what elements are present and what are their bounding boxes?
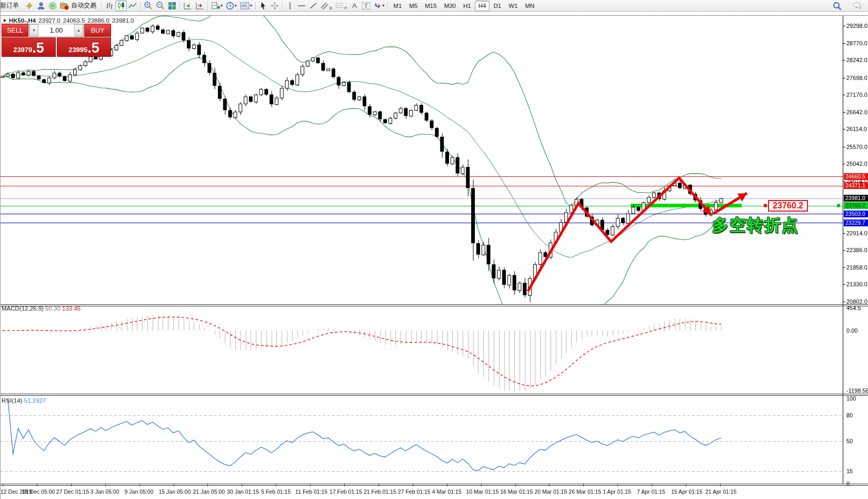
- cursor-icon[interactable]: [257, 1, 269, 11]
- price-tick: 26642.0: [846, 109, 867, 115]
- price-callout[interactable]: 23760.2: [768, 200, 808, 212]
- volume-increase-button[interactable]: ▲: [74, 24, 83, 36]
- zoom-in-icon[interactable]: [142, 1, 154, 11]
- macd-axis-label: 454.5: [846, 305, 861, 311]
- price-badge-support: 23229.7: [844, 219, 868, 226]
- rsi-canvas[interactable]: [1, 396, 843, 484]
- sell-price-main: 23979: [13, 45, 32, 55]
- macd-rsi-separator[interactable]: [1, 394, 868, 396]
- new-chart-button[interactable]: ▾: [209, 1, 224, 11]
- time-tick: [310, 484, 311, 486]
- zoom-out-icon[interactable]: [154, 1, 166, 11]
- time-tick: [276, 484, 276, 486]
- price-badge-resistance: 24660.5: [844, 173, 868, 180]
- price-tick-dash: [843, 147, 845, 147]
- price-tick-dash: [843, 26, 845, 26]
- chart-shift-icon[interactable]: [194, 1, 206, 11]
- ohlc-open: 23927.0: [38, 17, 61, 24]
- price-tick-dash: [843, 60, 845, 61]
- horizontal-line-icon[interactable]: [296, 1, 307, 11]
- candlestick-chart-icon[interactable]: [115, 1, 127, 11]
- timeframe-h1[interactable]: H1: [460, 1, 475, 11]
- timeframe-d1[interactable]: D1: [490, 1, 505, 11]
- one-click-trading-panel: SELL ▼ 1.00 ▲ BUY 23979.5 23995.5: [2, 24, 111, 57]
- time-tick: [139, 484, 140, 486]
- time-label: 11 Feb 01:15: [295, 488, 327, 495]
- time-tick: [413, 484, 413, 486]
- timeframe-m1[interactable]: M1: [390, 1, 405, 11]
- price-tick: 28770.0: [846, 40, 867, 46]
- price-tick: 26114.0: [846, 126, 867, 132]
- chart-title-marker-icon: [4, 19, 6, 22]
- vertical-line-icon[interactable]: [284, 1, 296, 11]
- timeframe-m30[interactable]: M30: [441, 1, 460, 11]
- bar-chart-icon[interactable]: [104, 1, 115, 11]
- price-tick: 22386.0: [846, 247, 867, 253]
- time-axis[interactable]: 12 Dec 201918 Dec 05:0027 Dec 01:153 Jan…: [1, 486, 868, 499]
- price-tick-dash: [843, 233, 845, 234]
- sell-price-display[interactable]: 23979.5: [2, 37, 56, 57]
- time-label: 21 Apr 01:15: [705, 488, 737, 495]
- ohlc-high: 24063.5: [63, 17, 85, 24]
- buy-button[interactable]: BUY: [84, 24, 111, 37]
- timeframe-m15[interactable]: M15: [421, 1, 440, 11]
- time-label: 27 Feb 01:15: [398, 488, 431, 495]
- periods-button[interactable]: ▾: [224, 1, 238, 11]
- line-chart-icon[interactable]: [127, 1, 138, 11]
- volume-decrease-button[interactable]: ▼: [29, 24, 38, 36]
- search-icon[interactable]: [831, 1, 843, 11]
- templates-button[interactable]: ▾: [238, 1, 254, 11]
- price-tick: 25570.0: [846, 144, 867, 150]
- rsi-label: RSI(14) 51.2927: [2, 397, 46, 404]
- price-tick-dash: [843, 284, 845, 285]
- ohlc-low: 23886.0: [87, 17, 109, 24]
- time-label: 15 Jan 05:00: [159, 488, 191, 495]
- macd-canvas[interactable]: [1, 306, 843, 393]
- timeframe-h4[interactable]: H4: [475, 1, 490, 11]
- chart-window-icon[interactable]: [23, 1, 35, 11]
- price-chart-canvas[interactable]: [1, 16, 843, 304]
- price-tick: 22914.0: [846, 230, 867, 236]
- autotrading-button[interactable]: 自动交易: [58, 1, 100, 11]
- new-order-button[interactable]: 新订单: [1, 1, 22, 11]
- symbol-period: HK50-,H4: [9, 17, 36, 24]
- price-tick-dash: [843, 112, 845, 113]
- macd-axis-label: -1198.58: [846, 387, 868, 394]
- time-tick: [37, 484, 37, 486]
- navigator-icon[interactable]: [35, 1, 47, 11]
- chat-icon[interactable]: [851, 1, 864, 11]
- time-tick: [481, 484, 482, 486]
- price-tick: 20802.0: [846, 298, 867, 305]
- time-tick: [617, 484, 618, 486]
- timeframe-mn[interactable]: MN: [521, 1, 538, 11]
- sell-button[interactable]: SELL: [2, 24, 28, 37]
- auto-scroll-icon[interactable]: [182, 1, 194, 11]
- timeframe-m5[interactable]: M5: [405, 1, 421, 11]
- buy-price-display[interactable]: 23995.5: [57, 37, 111, 57]
- timeframe-w1[interactable]: W1: [505, 1, 521, 11]
- time-tick: [515, 484, 516, 486]
- price-tick: 21330.0: [846, 281, 867, 287]
- time-tick: [174, 484, 174, 486]
- price-tick-dash: [843, 250, 845, 251]
- price-tick-dash: [843, 129, 845, 129]
- buy-price-frac: .5: [87, 41, 99, 55]
- time-label: 15 Apr 01:15: [671, 488, 703, 495]
- text-icon[interactable]: A: [348, 1, 360, 11]
- signals-icon[interactable]: [47, 1, 58, 11]
- text-label-icon[interactable]: T: [360, 1, 372, 11]
- arrows-tool-button[interactable]: ▾: [372, 1, 386, 11]
- price-tick-dash: [843, 302, 845, 302]
- time-label: 1 Apr 01:15: [603, 488, 631, 495]
- main-macd-separator[interactable]: [1, 304, 868, 307]
- fibonacci-icon[interactable]: F: [334, 1, 348, 11]
- crosshair-icon[interactable]: [269, 1, 281, 11]
- time-tick: [105, 484, 106, 486]
- equidistant-channel-icon[interactable]: E: [319, 1, 334, 11]
- pivot-annotation-text[interactable]: 多空转折点: [712, 214, 799, 236]
- time-tick: [686, 484, 686, 486]
- tile-windows-icon[interactable]: [166, 1, 178, 11]
- trendline-icon[interactable]: [307, 1, 319, 11]
- price-badge-resistance: 24371.1: [844, 182, 868, 189]
- volume-input[interactable]: 1.00: [38, 24, 74, 36]
